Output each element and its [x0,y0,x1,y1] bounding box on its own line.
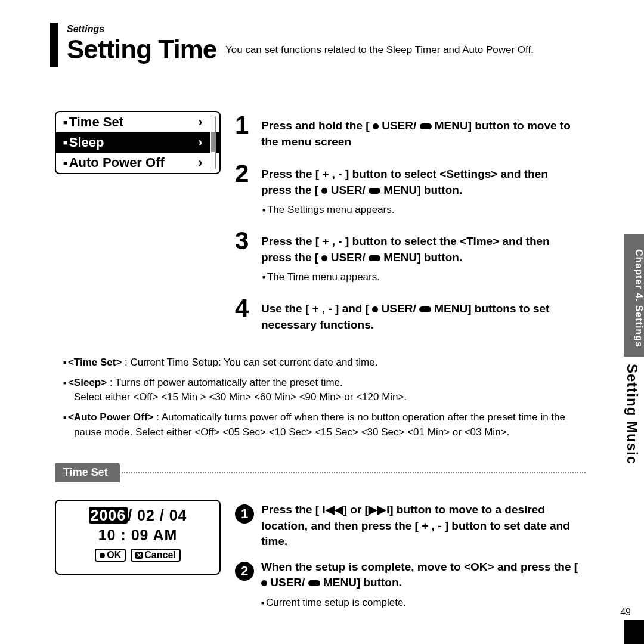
cancel-button: ✕ Cancel [131,549,180,562]
circle-steps: 1 Press the [ l◀◀] or [▶▶l] button to mo… [235,502,581,620]
chapter-side-tab: Chapter 4. Settings [624,234,644,357]
def-sleep: <Sleep> : Turns off power automatically … [63,376,586,404]
cstep-text: When the setup is complete, move to <OK>… [261,559,581,610]
pill-icon [420,123,432,129]
def-time-set: <Time Set> : Current Time Setup: You can… [63,355,586,370]
def-term: <Sleep> [68,377,107,388]
dot-icon [321,188,327,194]
menu-item-label: Sleep [63,135,104,150]
section-tab: Time Set [55,463,120,482]
step-4: 4 Use the [ + , - ] and [ USER/ MENU] bu… [235,298,581,333]
step-number: 4 [235,298,261,319]
def-auto-power-off: <Auto Power Off> : Automatically turns p… [63,410,586,439]
step-sub: The Settings menu appears. [262,203,581,217]
menu-item-label: Auto Power Off [63,155,165,171]
cstep-sub: Current time setup is complete. [261,596,581,610]
cstep-1: 1 Press the [ l◀◀] or [▶▶l] button to mo… [235,502,581,550]
year-highlight: 2006 [89,507,128,524]
cstep-2: 2 When the setup is complete, move to <O… [235,559,581,610]
device-menu: Time Set › Sleep › Auto Power Off › [55,111,221,174]
scrollbar [210,116,216,169]
dot-icon [100,553,105,558]
step-sub: The Time menu appears. [262,270,581,284]
step-number: 3 [235,230,261,252]
menu-item-auto-power-off: Auto Power Off › [56,153,219,173]
step-text: Press the [ + , - ] button to select <Se… [261,163,581,217]
pill-icon [369,255,380,261]
def-term: <Time Set> [68,357,122,368]
def-desc2: Select either <Off> <15 Min > <30 Min> <… [74,391,407,402]
date-rest: / 02 / 04 [128,507,187,524]
steps-list: 1 Press and hold the [ USER/ MENU] butto… [235,114,581,346]
ok-button: OK [95,549,126,562]
def-desc: : Turns off power automatically after th… [107,377,343,388]
dot-icon [372,306,378,312]
device-buttons: OK ✕ Cancel [56,549,219,562]
step-2: 2 Press the [ + , - ] button to select <… [235,163,581,217]
cstep-number: 1 [235,504,254,524]
step-1: 1 Press and hold the [ USER/ MENU] butto… [235,114,581,150]
pill-icon [369,188,380,194]
page-number: 49 [620,607,631,618]
scrollbar-thumb [211,132,215,151]
menu-item-sleep: Sleep › [56,132,219,153]
ok-label: OK [107,550,121,561]
step-number: 1 [235,114,261,136]
section-header: Time Set [55,463,586,482]
section-side-text: Setting Music [624,364,640,465]
step-3: 3 Press the [ + , - ] button to select t… [235,230,581,284]
menu-item-time-set: Time Set › [56,112,219,132]
dotted-rule [122,472,586,473]
breadcrumb: Settings [67,24,104,35]
cstep-number: 2 [235,562,254,581]
step-text: Use the [ + , - ] and [ USER/ MENU] butt… [261,298,581,333]
def-desc: : Current Time Setup: You can set curren… [122,357,377,368]
x-icon: ✕ [135,552,143,559]
menu-item-label: Time Set [63,114,123,130]
cstep-text: Press the [ l◀◀] or [▶▶l] button to move… [261,502,581,550]
step-text: Press and hold the [ USER/ MENU] button … [261,114,581,150]
page-title: Setting Time [67,35,216,64]
bottom-accent [624,620,644,644]
pill-icon [419,306,431,312]
step-number: 2 [235,163,261,184]
def-term: <Auto Power Off> [68,411,154,423]
date-row: 2006/ 02 / 04 [56,507,219,524]
title-accent-bar [50,23,58,67]
time-set-device: 2006/ 02 / 04 10 : 09 AM OK ✕ Cancel [55,500,221,575]
pill-icon [308,580,320,586]
step-text: Press the [ + , - ] button to select the… [261,230,581,284]
cancel-label: Cancel [144,550,175,561]
dot-icon [373,123,379,129]
definitions-list: <Time Set> : Current Time Setup: You can… [63,355,586,445]
dot-icon [261,580,267,586]
dot-icon [321,255,327,261]
clock-row: 10 : 09 AM [56,527,219,544]
page-subtitle: You can set functions related to the Sle… [225,44,595,56]
